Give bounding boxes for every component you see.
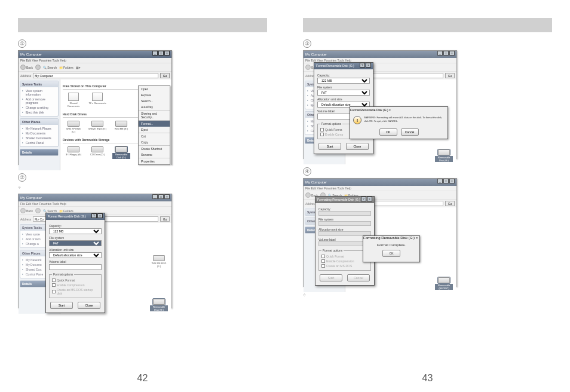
ctx-search[interactable]: Search... bbox=[139, 98, 170, 104]
close-button[interactable]: × bbox=[416, 236, 418, 240]
page-left: ① My Computer _ □ × File Edit View Favor… bbox=[0, 0, 285, 392]
ctx-cut[interactable]: Cut bbox=[139, 133, 170, 139]
task-item[interactable]: Eject this disk bbox=[22, 110, 56, 115]
start-button[interactable]: Start bbox=[50, 302, 73, 309]
search-button[interactable]: 🔍Search bbox=[43, 209, 57, 213]
cd-d[interactable]: CD Drive (D:) bbox=[88, 146, 106, 159]
close-button[interactable]: × bbox=[164, 194, 170, 199]
close-button[interactable]: × bbox=[97, 213, 103, 218]
folders-button[interactable]: 📁Folders bbox=[59, 209, 73, 213]
ctx-shortcut[interactable]: Create Shortcut bbox=[139, 146, 170, 152]
capacity-select[interactable]: 122 MB bbox=[317, 78, 370, 84]
ctx-properties[interactable]: Properties bbox=[139, 158, 170, 164]
ctx-open[interactable]: Open bbox=[139, 86, 170, 92]
removable-g[interactable]: Removable Disk (G:) bbox=[150, 299, 168, 311]
details-header[interactable]: Details bbox=[20, 149, 58, 155]
removable-g[interactable]: Removable Disk (G:) bbox=[112, 146, 130, 159]
forward-button[interactable] bbox=[35, 65, 41, 70]
go-button[interactable]: Go bbox=[160, 216, 170, 222]
system-tasks-header[interactable]: System Tasks bbox=[20, 81, 58, 87]
ctx-rename[interactable]: Rename bbox=[139, 152, 170, 158]
place-item[interactable]: Shared Documents bbox=[22, 136, 56, 140]
removable-g[interactable]: Removable Disk (G:) bbox=[435, 149, 453, 162]
format-complete-dialog: Formatting Removable Disk (G:) × Format … bbox=[363, 235, 420, 262]
ctx-sharing[interactable]: Sharing and Security... bbox=[139, 111, 170, 120]
ok-button[interactable]: OK bbox=[382, 250, 400, 257]
back-button[interactable]: Back bbox=[20, 65, 33, 70]
page-number-right: 43 bbox=[422, 373, 433, 384]
warn-message: WARNING: Formatting will erase ALL data … bbox=[364, 116, 445, 123]
step3-marker: ③ bbox=[303, 39, 311, 48]
help-button[interactable]: ? bbox=[360, 63, 365, 68]
side-panel: System Tasks View system information Add… bbox=[19, 79, 60, 170]
alloc-select[interactable]: Default allocation size bbox=[49, 252, 102, 258]
page-right: ③ My Computer _ □ × File Edit View Favor… bbox=[285, 0, 570, 392]
task-item[interactable]: Add or remove programs bbox=[22, 97, 56, 105]
min-button[interactable]: _ bbox=[437, 179, 443, 183]
address-input[interactable] bbox=[33, 73, 158, 78]
close-button[interactable]: × bbox=[389, 108, 391, 112]
menu-bar[interactable]: File Edit View Favorites Tools Help bbox=[19, 201, 171, 206]
task-item[interactable]: View system information bbox=[22, 88, 56, 97]
close-button[interactable]: Close bbox=[346, 143, 369, 150]
filesystem-select[interactable]: FAT bbox=[317, 90, 370, 96]
forward-button[interactable] bbox=[35, 208, 41, 213]
step2-note: ※ bbox=[18, 184, 267, 191]
back-button[interactable]: Back bbox=[20, 208, 33, 213]
ctx-copy[interactable]: Copy bbox=[139, 139, 170, 145]
help-button[interactable]: ? bbox=[91, 213, 97, 218]
step4-marker: ④ bbox=[303, 167, 311, 176]
help-button[interactable]: ? bbox=[361, 197, 366, 201]
ok-button[interactable]: OK bbox=[379, 128, 397, 136]
start-button[interactable]: Start bbox=[318, 143, 341, 150]
search-button[interactable]: 🔍Search bbox=[43, 66, 57, 69]
quick-format[interactable]: Quick Format bbox=[52, 278, 99, 283]
go-button[interactable]: Go bbox=[160, 73, 170, 78]
ctx-explore[interactable]: Explore bbox=[139, 92, 170, 98]
other-places-header[interactable]: Other Places bbox=[20, 119, 58, 125]
drive-e[interactable]: WIN ME (E:) bbox=[112, 121, 130, 133]
max-button[interactable]: □ bbox=[158, 51, 164, 56]
close-button[interactable]: × bbox=[366, 63, 371, 68]
min-button[interactable]: _ bbox=[152, 194, 158, 199]
cancel-button[interactable]: Cancel bbox=[401, 128, 419, 136]
place-item[interactable]: My Documents bbox=[22, 131, 56, 136]
max-button[interactable]: □ bbox=[443, 179, 449, 183]
drive-k[interactable]: WIN2K ENG (K:) bbox=[88, 121, 106, 133]
folder-user[interactable]: TL's Documents bbox=[88, 93, 106, 108]
max-button[interactable]: □ bbox=[158, 194, 164, 199]
drive-f[interactable]: WIN ME ENG (F:) bbox=[150, 255, 168, 268]
drive-c[interactable]: WIN XP ENG (C:) bbox=[65, 121, 82, 133]
capacity-select[interactable]: 122 MB bbox=[49, 228, 102, 234]
title-text: My Computer bbox=[305, 179, 327, 186]
close-button[interactable]: × bbox=[449, 51, 455, 56]
ctx-format[interactable]: Format... bbox=[139, 121, 170, 127]
vol-input[interactable] bbox=[49, 264, 102, 270]
ctx-autoplay[interactable]: AutoPlay bbox=[139, 104, 170, 110]
close-button[interactable]: × bbox=[367, 197, 372, 201]
place-item[interactable]: My Network Places bbox=[22, 126, 56, 131]
views-button[interactable]: ▦▾ bbox=[76, 66, 81, 69]
footnote: ※ bbox=[303, 292, 552, 299]
step-2: ② bbox=[18, 173, 267, 182]
close-button[interactable]: × bbox=[449, 179, 455, 183]
max-button[interactable]: □ bbox=[443, 51, 449, 56]
capacity-label: Capacity: bbox=[49, 224, 102, 228]
filesystem-select[interactable]: FAT bbox=[49, 240, 102, 246]
task-item[interactable]: Change a setting bbox=[22, 105, 56, 110]
address-bar: Address Go bbox=[19, 72, 171, 79]
min-button[interactable]: _ bbox=[437, 51, 443, 56]
folders-button[interactable]: 📁Folders bbox=[59, 66, 73, 69]
removable-nfdisc[interactable]: Removable (NFDISC) bbox=[435, 277, 453, 290]
ctx-eject[interactable]: Eject bbox=[139, 127, 170, 133]
min-button[interactable]: _ bbox=[152, 51, 158, 56]
floppy-a[interactable]: 3½ Floppy (A:) bbox=[65, 146, 82, 159]
close-button[interactable]: × bbox=[164, 51, 170, 56]
place-item[interactable]: Control Panel bbox=[22, 140, 56, 145]
menu-bar[interactable]: File Edit View Favorites Tools Help bbox=[304, 186, 456, 191]
start-button: Start bbox=[320, 274, 342, 281]
close-button[interactable]: Close bbox=[78, 302, 100, 309]
step2-marker: ② bbox=[18, 173, 26, 182]
menu-bar[interactable]: File Edit View Favorites Tools Help bbox=[19, 58, 171, 63]
folder-shared[interactable]: Shared Documents bbox=[65, 93, 82, 108]
